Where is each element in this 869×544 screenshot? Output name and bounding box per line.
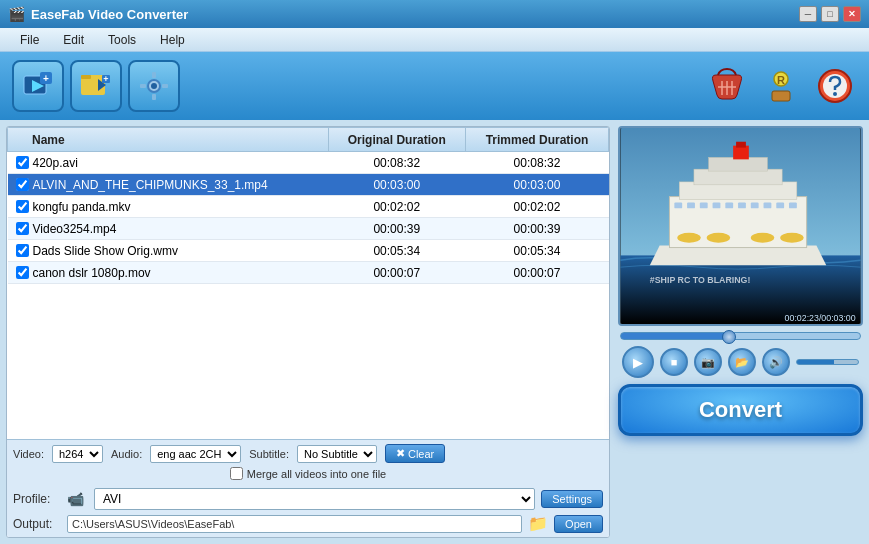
add-video-icon: + xyxy=(22,70,54,102)
play-button[interactable]: ▶ xyxy=(622,346,654,378)
settings-icon xyxy=(138,70,170,102)
file-checkbox-4[interactable] xyxy=(16,244,29,257)
help-button[interactable] xyxy=(813,64,857,108)
video-select[interactable]: h264 xyxy=(52,445,103,463)
browse-folder-icon[interactable]: 📁 xyxy=(528,514,548,533)
merge-checkbox[interactable] xyxy=(230,467,243,480)
trimmed-duration: 00:00:39 xyxy=(465,218,608,240)
menu-edit[interactable]: Edit xyxy=(51,31,96,49)
menu-file[interactable]: File xyxy=(8,31,51,49)
table-row[interactable]: 420p.avi 00:08:32 00:08:32 xyxy=(8,152,609,174)
file-checkbox-5[interactable] xyxy=(16,266,29,279)
original-duration: 00:00:07 xyxy=(328,262,465,284)
original-duration: 00:02:02 xyxy=(328,196,465,218)
volume-button[interactable]: 🔊 xyxy=(762,348,790,376)
file-name-cell: Video3254.mp4 xyxy=(8,218,329,240)
svg-rect-31 xyxy=(733,146,749,160)
file-table-body: 420p.avi 00:08:32 00:08:32 ALVIN_AND_THE… xyxy=(8,152,609,284)
svg-rect-42 xyxy=(789,202,797,208)
app-icon: 🎬 xyxy=(8,6,25,22)
file-name-cell: 420p.avi xyxy=(8,152,329,174)
file-checkbox-3[interactable] xyxy=(16,222,29,235)
window-controls: ─ □ ✕ xyxy=(799,6,861,22)
table-row[interactable]: ALVIN_AND_THE_CHIPMUNKS_33_1.mp4 00:03:0… xyxy=(8,174,609,196)
settings-toolbar-button[interactable] xyxy=(128,60,180,112)
svg-rect-29 xyxy=(694,169,782,185)
svg-point-24 xyxy=(833,92,837,96)
trimmed-duration: 00:05:34 xyxy=(465,240,608,262)
original-duration: 00:05:34 xyxy=(328,240,465,262)
add-folder-icon: + xyxy=(80,70,112,102)
file-name: 420p.avi xyxy=(33,156,78,170)
open-file-button[interactable]: 📂 xyxy=(728,348,756,376)
svg-point-46 xyxy=(780,233,804,243)
seekbar[interactable] xyxy=(620,332,861,340)
file-name: canon dslr 1080p.mov xyxy=(33,266,151,280)
table-row[interactable]: Dads Slide Show Orig.wmv 00:05:34 00:05:… xyxy=(8,240,609,262)
profile-row: Profile: 📹 AVI Settings xyxy=(13,488,603,510)
file-name-cell: canon dslr 1080p.mov xyxy=(8,262,329,284)
subtitle-select[interactable]: No Subtitle xyxy=(297,445,377,463)
trimmed-duration: 00:00:07 xyxy=(465,262,608,284)
table-row[interactable]: canon dslr 1080p.mov 00:00:07 00:00:07 xyxy=(8,262,609,284)
seekbar-thumb[interactable] xyxy=(722,330,736,344)
close-button[interactable]: ✕ xyxy=(843,6,861,22)
svg-text:#SHIP RC TO BLARING!: #SHIP RC TO BLARING! xyxy=(650,275,751,285)
svg-point-43 xyxy=(677,233,701,243)
register-button[interactable]: R xyxy=(759,64,803,108)
clear-button[interactable]: ✖ Clear xyxy=(385,444,445,463)
svg-rect-39 xyxy=(751,202,759,208)
basket-icon xyxy=(708,67,746,105)
file-checkbox-1[interactable] xyxy=(16,178,29,191)
profile-label: Profile: xyxy=(13,492,61,506)
svg-rect-33 xyxy=(674,202,682,208)
file-checkbox-2[interactable] xyxy=(16,200,29,213)
audio-select[interactable]: eng aac 2CH xyxy=(150,445,241,463)
svg-rect-37 xyxy=(725,202,733,208)
merge-label: Merge all videos into one file xyxy=(247,468,386,480)
add-folder-button[interactable]: + xyxy=(70,60,122,112)
add-video-button[interactable]: + xyxy=(12,60,64,112)
table-row[interactable]: kongfu panda.mkv 00:02:02 00:02:02 xyxy=(8,196,609,218)
preview-panel: #SHIP RC TO BLARING! 00:02:23/00:03:00 ▶… xyxy=(618,126,863,538)
svg-text:+: + xyxy=(43,73,49,84)
svg-rect-41 xyxy=(776,202,784,208)
screenshot-button[interactable]: 📷 xyxy=(694,348,722,376)
toolbar-right: R xyxy=(705,64,857,108)
minimize-button[interactable]: ─ xyxy=(799,6,817,22)
settings-button[interactable]: Settings xyxy=(541,490,603,508)
profile-select[interactable]: AVI xyxy=(94,488,535,510)
video-preview: #SHIP RC TO BLARING! 00:02:23/00:03:00 xyxy=(618,126,863,326)
svg-rect-34 xyxy=(687,202,695,208)
avi-icon: 📹 xyxy=(67,491,84,507)
video-label: Video: xyxy=(13,448,44,460)
basket-button[interactable] xyxy=(705,64,749,108)
app-title: EaseFab Video Converter xyxy=(31,7,188,22)
original-duration: 00:00:39 xyxy=(328,218,465,240)
merge-row: Merge all videos into one file xyxy=(13,467,603,480)
player-controls: ▶ ■ 📷 📂 🔊 xyxy=(618,346,863,378)
bottom-controls: Video: h264 Audio: eng aac 2CH Subtitle:… xyxy=(7,439,609,484)
open-button[interactable]: Open xyxy=(554,515,603,533)
maximize-button[interactable]: □ xyxy=(821,6,839,22)
volume-slider[interactable] xyxy=(796,359,859,365)
file-table-container: Name Original Duration Trimmed Duration … xyxy=(7,127,609,439)
output-path-input[interactable] xyxy=(67,515,522,533)
menu-help[interactable]: Help xyxy=(148,31,197,49)
codec-row: Video: h264 Audio: eng aac 2CH Subtitle:… xyxy=(13,444,603,463)
svg-point-10 xyxy=(151,83,157,89)
svg-text:R: R xyxy=(777,74,785,86)
file-name: kongfu panda.mkv xyxy=(33,200,131,214)
stop-button[interactable]: ■ xyxy=(660,348,688,376)
file-checkbox-0[interactable] xyxy=(16,156,29,169)
clear-icon: ✖ xyxy=(396,447,405,460)
svg-text:00:02:23/00:03:00: 00:02:23/00:03:00 xyxy=(785,313,856,323)
menu-tools[interactable]: Tools xyxy=(96,31,148,49)
convert-button[interactable]: Convert xyxy=(618,384,863,436)
file-name-cell: ALVIN_AND_THE_CHIPMUNKS_33_1.mp4 xyxy=(8,174,329,196)
table-row[interactable]: Video3254.mp4 00:00:39 00:00:39 xyxy=(8,218,609,240)
svg-point-45 xyxy=(751,233,775,243)
svg-rect-30 xyxy=(709,157,768,171)
svg-rect-12 xyxy=(152,94,156,100)
file-name: Dads Slide Show Orig.wmv xyxy=(33,244,178,258)
